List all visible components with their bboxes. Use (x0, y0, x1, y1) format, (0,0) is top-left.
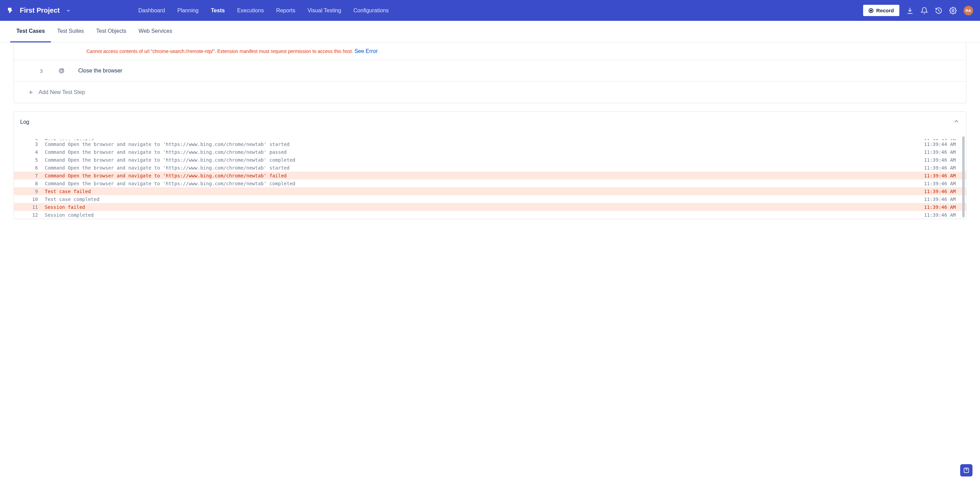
log-message: Session failed (45, 204, 924, 210)
log-row: 4 Command Open the browser and navigate … (14, 148, 966, 156)
log-time: 11:39:46 AM (924, 181, 960, 186)
subtab-web-services[interactable]: Web Services (132, 21, 178, 42)
log-line-number: 10 (14, 197, 45, 202)
step-text: Close the browser (78, 68, 123, 74)
log-title: Log (20, 119, 29, 125)
log-time: 11:39:44 AM (924, 142, 960, 147)
step-number: 3 (38, 68, 45, 74)
avatar[interactable]: RA (964, 6, 973, 15)
log-row: 8 Command Open the browser and navigate … (14, 180, 966, 187)
record-button[interactable]: Record (863, 5, 899, 16)
see-error-link[interactable]: See Error (354, 48, 377, 54)
log-time: 11:39:46 AM (924, 150, 960, 155)
nav-link-reports[interactable]: Reports (270, 8, 301, 14)
collapse-icon[interactable] (953, 118, 960, 126)
log-message: Command Open the browser and navigate to… (45, 157, 924, 163)
log-line-number: 12 (14, 212, 45, 218)
gear-icon[interactable] (949, 7, 957, 14)
log-row: 12 Session completed 11:39:46 AM (14, 211, 966, 219)
nav-link-tests[interactable]: Tests (205, 8, 231, 14)
subtab-test-objects[interactable]: Test Objects (90, 21, 132, 42)
log-message: Test case started (45, 138, 924, 140)
log-message: Test case failed (45, 189, 924, 194)
log-body: 2 Test case started 11:39:44 AM 3 Comman… (14, 132, 966, 219)
app-logo-icon (7, 7, 14, 14)
subtabs: Test CasesTest SuitesTest ObjectsWeb Ser… (0, 21, 980, 43)
log-line-number: 11 (14, 204, 45, 210)
history-icon[interactable] (935, 7, 942, 14)
target-icon (59, 68, 65, 74)
log-time: 11:39:46 AM (924, 197, 960, 202)
log-header: Log (14, 112, 966, 132)
navbar-left: First Project (7, 6, 71, 14)
log-time: 11:39:46 AM (924, 157, 960, 163)
log-message: Command Open the browser and navigate to… (45, 173, 924, 178)
log-time: 11:39:44 AM (924, 138, 960, 140)
error-message: Cannot access contents of url "chrome-se… (86, 49, 354, 54)
log-row: 2 Test case started 11:39:44 AM (14, 132, 966, 140)
nav-link-executions[interactable]: Executions (231, 8, 270, 14)
log-line-number: 5 (14, 157, 45, 163)
log-panel: Log 2 Test case started 11:39:44 AM 3 Co… (14, 111, 966, 219)
test-steps-panel: Cannot access contents of url "chrome-se… (14, 43, 966, 103)
top-navbar: First Project DashboardPlanningTestsExec… (0, 0, 980, 21)
record-label: Record (876, 8, 894, 13)
log-line-number: 3 (14, 142, 45, 147)
log-line-number: 4 (14, 150, 45, 155)
bell-icon[interactable] (921, 7, 928, 14)
record-dot-icon (869, 8, 873, 13)
chevron-down-icon (66, 8, 71, 13)
log-line-number: 9 (14, 189, 45, 194)
log-time: 11:39:46 AM (924, 173, 960, 178)
download-icon[interactable] (906, 7, 914, 14)
nav-link-visual-testing[interactable]: Visual Testing (301, 8, 347, 14)
subtab-test-cases[interactable]: Test Cases (10, 21, 51, 42)
log-message: Command Open the browser and navigate to… (45, 150, 924, 155)
step-row[interactable]: 3 Close the browser (14, 60, 966, 82)
log-message: Command Open the browser and navigate to… (45, 142, 924, 147)
add-step-button[interactable]: Add New Test Step (14, 82, 966, 103)
log-time: 11:39:46 AM (924, 204, 960, 210)
log-row: 6 Command Open the browser and navigate … (14, 164, 966, 172)
svg-point-0 (952, 10, 954, 12)
log-row: 9 Test case failed 11:39:46 AM (14, 187, 966, 195)
log-row: 10 Test case completed 11:39:46 AM (14, 195, 966, 203)
log-row: 11 Session failed 11:39:46 AM (14, 203, 966, 211)
log-time: 11:39:46 AM (924, 165, 960, 170)
scrollbar[interactable] (962, 136, 965, 217)
navbar-right: Record RA (863, 5, 973, 16)
log-message: Command Open the browser and navigate to… (45, 181, 924, 186)
project-selector[interactable]: First Project (20, 6, 71, 14)
log-line-number: 6 (14, 165, 45, 170)
nav-link-dashboard[interactable]: Dashboard (132, 8, 171, 14)
nav-link-configurations[interactable]: Configurations (347, 8, 395, 14)
log-message: Test case completed (45, 197, 924, 202)
subtab-test-suites[interactable]: Test Suites (51, 21, 90, 42)
log-line-number: 2 (14, 138, 45, 140)
nav-link-planning[interactable]: Planning (171, 8, 205, 14)
log-message: Session completed (45, 212, 924, 218)
log-time: 11:39:46 AM (924, 189, 960, 194)
plus-icon (28, 89, 34, 96)
log-row: 3 Command Open the browser and navigate … (14, 140, 966, 148)
log-row: 5 Command Open the browser and navigate … (14, 156, 966, 164)
project-name: First Project (20, 6, 60, 14)
log-row: 7 Command Open the browser and navigate … (14, 172, 966, 180)
log-time: 11:39:46 AM (924, 212, 960, 218)
test-steps-list: 3 Close the browser (14, 60, 966, 82)
log-line-number: 7 (14, 173, 45, 178)
add-step-label: Add New Test Step (38, 89, 85, 96)
step-error-row: Cannot access contents of url "chrome-se… (14, 43, 966, 60)
log-message: Command Open the browser and navigate to… (45, 165, 924, 170)
nav-links: DashboardPlanningTestsExecutionsReportsV… (132, 8, 395, 14)
log-line-number: 8 (14, 181, 45, 186)
